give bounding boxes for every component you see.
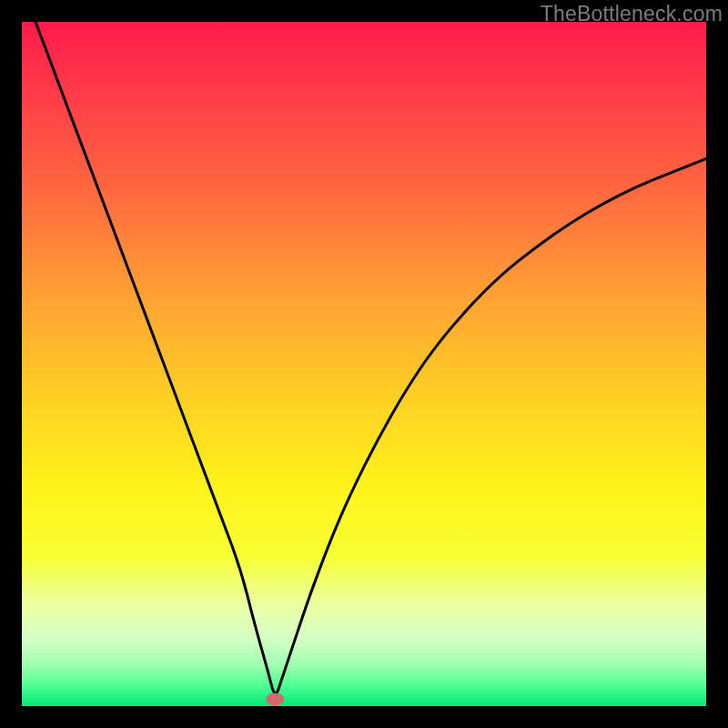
watermark-text: TheBottleneck.com <box>541 2 723 26</box>
bottleneck-chart <box>22 22 706 706</box>
gradient-background <box>22 22 706 706</box>
optimum-marker <box>266 693 284 705</box>
chart-frame <box>22 22 706 706</box>
